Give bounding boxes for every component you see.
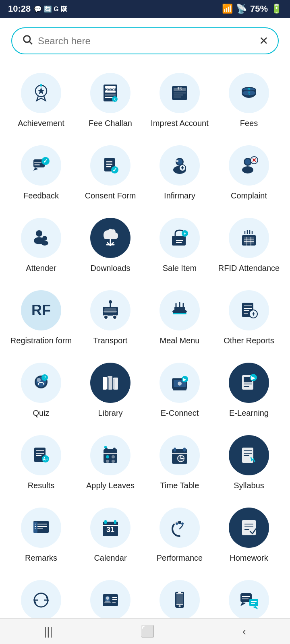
grid-item-sale-item[interactable]: + Sale Item: [145, 211, 214, 280]
grid-item-performance[interactable]: Performance: [145, 501, 214, 570]
e-learning-icon-circle: ▶: [229, 363, 269, 403]
complaint-icon-circle: ✕: [229, 145, 269, 186]
grid-item-registration-form[interactable]: RF Registration form: [6, 284, 76, 352]
svg-rect-29: [34, 164, 40, 165]
bottom-navigation: ||| ⬜ ‹: [0, 618, 290, 644]
achievement-icon-circle: [21, 73, 61, 113]
imprest-account-icon-circle: ₹₹: [160, 73, 200, 113]
svg-text:?: ?: [44, 376, 46, 380]
nav-recents-button[interactable]: ‹: [233, 622, 256, 641]
sale-item-label: Sale Item: [163, 263, 197, 273]
svg-point-45: [242, 166, 253, 173]
grid-item-apply-leaves[interactable]: Apply Leaves: [76, 429, 145, 497]
grid-item-achievement[interactable]: Achievement: [6, 66, 76, 135]
grid-item-calendar[interactable]: 31 Calendar: [76, 501, 145, 570]
svg-point-4: [40, 84, 42, 87]
svg-point-0: [24, 36, 30, 42]
svg-point-102: [178, 382, 182, 386]
svg-point-155: [178, 521, 181, 524]
remarks-icon-circle: [21, 508, 61, 548]
nav-home-button[interactable]: ⬜: [131, 621, 164, 641]
svg-point-125: [106, 460, 109, 463]
transport-icon-circle: [90, 290, 130, 330]
grid-item-consent-form[interactable]: ✓ Consent Form: [76, 139, 145, 207]
svg-point-157: [181, 522, 184, 525]
svg-rect-77: [173, 311, 186, 312]
fees-icon-circle: ₹ ₹: [229, 73, 269, 113]
grid-item-quiz[interactable]: ? Quiz: [6, 356, 76, 425]
grid-item-fees[interactable]: ₹ ₹ Fees: [214, 66, 284, 135]
svg-rect-121: [113, 448, 116, 452]
search-bar[interactable]: ✕: [11, 27, 279, 54]
nav-back-button[interactable]: |||: [34, 622, 62, 641]
homework-icon-circle: [229, 508, 269, 548]
grid-item-attender[interactable]: Attender: [6, 211, 76, 280]
svg-point-156: [176, 522, 178, 525]
grid-item-syllabus[interactable]: Syllabus: [214, 429, 284, 497]
status-indicators: 📶 📡 75% 🔋: [222, 4, 282, 14]
grid-item-time-table[interactable]: Time Table: [145, 429, 214, 497]
rfid-attendance-label: RFID Attendance: [218, 263, 280, 273]
time-table-icon-circle: [160, 435, 200, 475]
downloads-label: Downloads: [91, 263, 130, 273]
grid-item-complaint[interactable]: ✕ Complaint: [214, 139, 284, 207]
grid-item-library[interactable]: Library: [76, 356, 145, 425]
grid-item-downloads[interactable]: Downloads: [76, 211, 145, 280]
grid-item-other-reports[interactable]: Other Reports: [214, 284, 284, 352]
svg-text:▶: ▶: [183, 377, 186, 382]
e-connect-label: E-Connect: [161, 408, 199, 418]
meal-menu-icon-circle: [160, 290, 200, 330]
rfid-attendance-icon-circle: [229, 218, 269, 258]
search-input[interactable]: [38, 35, 259, 47]
svg-rect-104: [177, 387, 182, 389]
results-icon-circle: A+: [21, 435, 61, 475]
infirmary-icon-circle: [160, 145, 200, 186]
svg-rect-103: [173, 389, 186, 390]
grid-item-homework[interactable]: Homework: [214, 501, 284, 570]
apply-leaves-label: Apply Leaves: [86, 480, 135, 491]
svg-rect-159: [242, 520, 256, 535]
svg-rect-179: [249, 599, 258, 606]
grid-item-rfid-attendance[interactable]: RFID Attendance: [214, 211, 284, 280]
results-label: Results: [28, 480, 55, 491]
grid-item-e-learning[interactable]: ▶ E-Learning: [214, 356, 284, 425]
grid-item-fee-challan[interactable]: FEES ₹ Fee Challan: [76, 66, 145, 135]
fee-challan-icon-circle: FEES ₹: [90, 73, 130, 113]
grid-item-results[interactable]: A+ Results: [6, 429, 76, 497]
registration-form-icon-circle: RF: [21, 290, 61, 330]
grid-item-e-connect[interactable]: ▶ E-Connect: [145, 356, 214, 425]
grid-item-imprest-account[interactable]: ₹₹ Imprest Account: [145, 66, 214, 135]
grid-item-infirmary[interactable]: Infirmary: [145, 139, 214, 207]
quiz-label: Quiz: [33, 408, 49, 418]
other-reports-label: Other Reports: [224, 335, 274, 346]
svg-point-123: [106, 455, 109, 458]
grid-item-remarks[interactable]: Remarks: [6, 501, 76, 570]
performance-icon-circle: [160, 508, 200, 548]
clear-search-icon[interactable]: ✕: [259, 34, 268, 47]
grid-item-feedback[interactable]: ✓ Feedback: [6, 139, 76, 207]
grid-item-transport[interactable]: Transport: [76, 284, 145, 352]
infirmary-label: Infirmary: [164, 190, 195, 201]
svg-rect-130: [183, 448, 186, 452]
meal-menu-label: Meal Menu: [160, 335, 200, 346]
svg-text:FEES: FEES: [105, 87, 116, 92]
svg-point-38: [176, 160, 178, 162]
sync-icon-circle: [21, 580, 61, 620]
svg-text:₹₹: ₹₹: [177, 87, 182, 91]
time-table-label: Time Table: [160, 480, 199, 491]
svg-marker-176: [240, 602, 246, 606]
feedback-icon-circle: ✓: [21, 145, 61, 186]
grid-item-meal-menu[interactable]: Meal Menu: [145, 284, 214, 352]
achievement-label: Achievement: [18, 118, 64, 128]
sale-item-icon-circle: +: [160, 218, 200, 258]
svg-point-92: [37, 378, 41, 382]
syllabus-icon-circle: [229, 435, 269, 475]
remarks-label: Remarks: [25, 553, 57, 563]
svg-text:+: +: [184, 231, 186, 236]
svg-rect-150: [114, 520, 116, 524]
svg-point-70: [104, 315, 108, 319]
consent-form-label: Consent Form: [85, 190, 136, 201]
svg-rect-127: [104, 446, 107, 448]
quiz-icon-circle: ?: [21, 363, 61, 403]
svg-text:A+: A+: [43, 457, 48, 461]
